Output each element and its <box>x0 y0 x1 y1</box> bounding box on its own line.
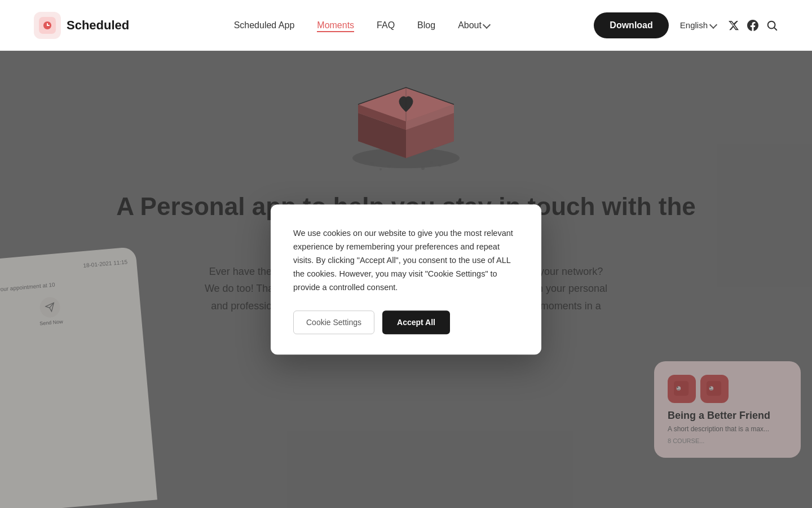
nav-link-scheduled-app[interactable]: Scheduled App <box>234 20 295 30</box>
nav-item-scheduled-app[interactable]: Scheduled App <box>234 20 295 30</box>
social-icons <box>727 19 778 32</box>
nav-link-about[interactable]: About <box>458 20 489 30</box>
nav-item-moments[interactable]: Moments <box>317 20 354 30</box>
nav-item-faq[interactable]: FAQ <box>377 20 395 30</box>
nav-link-blog[interactable]: Blog <box>417 20 435 30</box>
nav-link-faq[interactable]: FAQ <box>377 20 395 30</box>
navigation: Scheduled Scheduled App Moments FAQ Blog… <box>0 0 812 51</box>
language-selector[interactable]: English <box>680 20 716 30</box>
chevron-down-icon <box>483 20 491 28</box>
search-button[interactable] <box>766 19 778 32</box>
cookie-overlay: We use cookies on our website to give yo… <box>0 51 812 508</box>
nav-right: Download English <box>594 12 778 38</box>
logo-icon <box>34 12 61 39</box>
nav-links: Scheduled App Moments FAQ Blog About <box>234 20 489 30</box>
language-chevron-icon <box>709 20 717 28</box>
nav-item-blog[interactable]: Blog <box>417 20 435 30</box>
cookie-text: We use cookies on our website to give yo… <box>293 227 519 295</box>
nav-item-about[interactable]: About <box>458 20 489 30</box>
download-button[interactable]: Download <box>594 12 668 38</box>
main-content: A Personal app to help you stay in touch… <box>0 51 812 508</box>
twitter-link[interactable] <box>727 19 740 32</box>
facebook-link[interactable] <box>747 19 759 32</box>
cookie-banner: We use cookies on our website to give yo… <box>271 204 541 354</box>
cookie-buttons: Cookie Settings Accept All <box>293 310 519 334</box>
logo-link[interactable]: Scheduled <box>34 12 129 39</box>
nav-link-moments[interactable]: Moments <box>317 20 354 32</box>
svg-line-2 <box>774 28 776 30</box>
cookie-settings-button[interactable]: Cookie Settings <box>293 310 374 334</box>
logo-text: Scheduled <box>67 18 129 33</box>
cookie-accept-button[interactable]: Accept All <box>382 310 450 334</box>
